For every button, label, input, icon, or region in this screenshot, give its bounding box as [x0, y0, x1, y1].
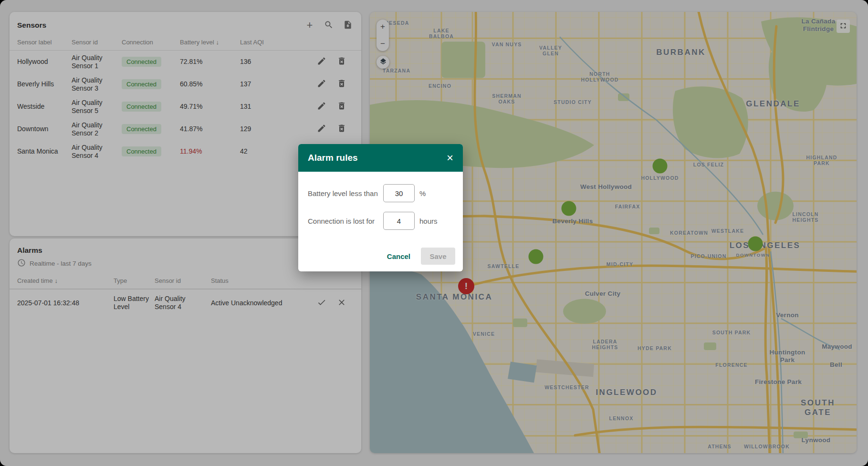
rule-value-input[interactable]: [383, 184, 415, 202]
cancel-button[interactable]: Cancel: [387, 252, 410, 260]
dialog-header: Alarm rules ×: [298, 144, 463, 172]
field-unit: hours: [419, 217, 438, 225]
rule-value-input[interactable]: [383, 212, 415, 230]
dialog-footer: Cancel Save: [387, 248, 455, 265]
alarm-rules-dialog: Alarm rules × Battery level less than%Co…: [298, 144, 463, 271]
alarm-rule-field-row: Battery level less than%: [308, 184, 451, 202]
dialog-title: Alarm rules: [308, 153, 358, 163]
alarm-rule-field-row: Connection is lost forhours: [308, 212, 451, 230]
dialog-body: Battery level less than%Connection is lo…: [298, 172, 463, 230]
field-label: Battery level less than: [308, 189, 380, 197]
app-window: Sensors + Sensor label Sensor id Connect…: [0, 0, 868, 466]
save-button[interactable]: Save: [421, 248, 455, 265]
close-dialog-button[interactable]: ×: [447, 153, 453, 163]
field-unit: %: [419, 189, 426, 197]
close-icon: ×: [447, 151, 453, 164]
field-label: Connection is lost for: [308, 217, 380, 225]
